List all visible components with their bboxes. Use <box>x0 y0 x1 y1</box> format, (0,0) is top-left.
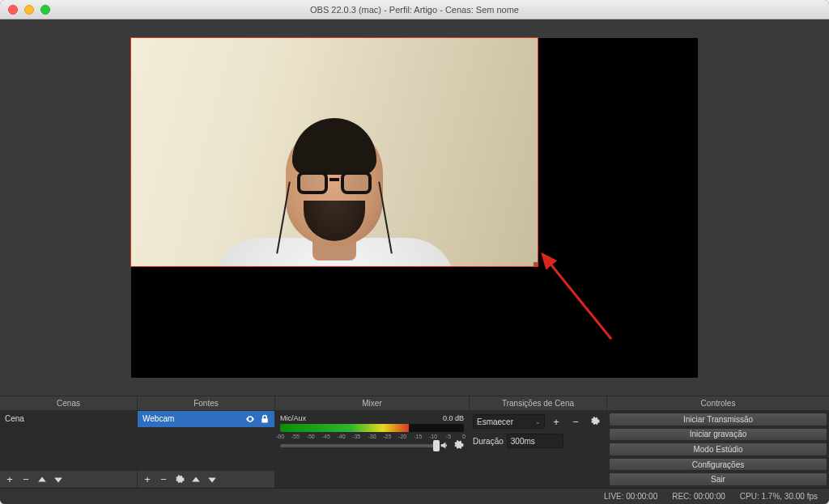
mixer-body: Mic/Aux 0.0 dB -60 -55 -50 -45 -40 <box>275 411 469 488</box>
scene-item-label: Cena <box>5 411 24 427</box>
remove-transition-button[interactable]: − <box>568 414 584 429</box>
volume-slider[interactable] <box>280 444 436 447</box>
panel-transitions: Transições de Cena Esmaecer ⌄ + − Duraçã… <box>470 396 607 488</box>
add-scene-button[interactable]: + <box>2 472 18 487</box>
transition-select[interactable]: Esmaecer ⌄ <box>473 414 545 429</box>
window-maximize-button[interactable] <box>40 5 50 15</box>
lock-icon[interactable] <box>260 414 270 424</box>
scene-up-button[interactable] <box>34 472 50 487</box>
webcam-person <box>229 125 440 266</box>
panel-mixer: Mixer Mic/Aux 0.0 dB -60 -55 <box>275 396 470 488</box>
source-item-label: Webcam <box>142 411 174 427</box>
remove-source-button[interactable]: − <box>155 472 172 487</box>
eye-icon[interactable] <box>245 414 255 424</box>
mixer-channel-level: 0.0 dB <box>443 414 464 422</box>
mixer-channel-name: Mic/Aux <box>280 414 306 422</box>
panel-controls-header: Controles <box>607 396 829 411</box>
source-down-button[interactable] <box>204 472 220 487</box>
sources-toolbar: + − <box>138 470 274 488</box>
duration-input[interactable]: 300ms <box>507 434 563 448</box>
audio-meter <box>280 424 464 432</box>
preview-canvas[interactable] <box>131 38 698 378</box>
panel-mixer-header: Mixer <box>275 396 469 411</box>
source-properties-button[interactable] <box>172 472 188 487</box>
add-source-button[interactable]: + <box>139 472 155 487</box>
volume-slider-thumb[interactable] <box>433 440 440 451</box>
dock: Cenas Cena + − Fontes Webcam <box>0 396 829 488</box>
window-title: OBS 22.0.3 (mac) - Perfil: Artigo - Cena… <box>0 5 829 15</box>
mixer-channel: Mic/Aux 0.0 dB -60 -55 -50 -45 -40 <box>275 411 469 451</box>
status-bar: LIVE: 00:00:00 REC: 00:00:00 CPU: 1.7%, … <box>0 488 829 504</box>
source-up-button[interactable] <box>188 472 204 487</box>
panel-scenes: Cenas Cena + − <box>0 396 138 488</box>
source-webcam-preview[interactable] <box>131 38 538 266</box>
app-window: OBS 22.0.3 (mac) - Perfil: Artigo - Cena… <box>0 0 829 504</box>
resize-handle[interactable] <box>534 263 538 266</box>
panel-controls: Controles Iniciar Transmissão Iniciar gr… <box>607 396 829 488</box>
settings-button[interactable]: Configurações <box>609 458 827 472</box>
panel-sources: Fontes Webcam + − <box>138 396 275 488</box>
scenes-toolbar: + − <box>0 470 137 488</box>
scene-down-button[interactable] <box>50 472 66 487</box>
remove-scene-button[interactable]: − <box>18 472 34 487</box>
window-close-button[interactable] <box>8 5 18 15</box>
exit-button[interactable]: Sair <box>609 472 827 486</box>
duration-label: Duração <box>473 437 504 446</box>
start-streaming-button[interactable]: Iniciar Transmissão <box>609 413 827 426</box>
scenes-list[interactable]: Cena <box>0 411 137 470</box>
status-rec: REC: 00:00:00 <box>672 492 725 501</box>
preview-area[interactable] <box>0 19 829 396</box>
panel-transitions-header: Transições de Cena <box>470 396 606 411</box>
controls-body: Iniciar Transmissão Iniciar gravação Mod… <box>607 411 829 488</box>
window-minimize-button[interactable] <box>24 5 34 15</box>
add-transition-button[interactable]: + <box>548 414 564 429</box>
start-recording-button[interactable]: Iniciar gravação <box>609 428 827 442</box>
titlebar: OBS 22.0.3 (mac) - Perfil: Artigo - Cena… <box>0 0 829 19</box>
scene-item[interactable]: Cena <box>0 411 137 427</box>
window-traffic-lights <box>8 5 50 15</box>
sources-list[interactable]: Webcam <box>138 411 274 470</box>
transitions-body: Esmaecer ⌄ + − Duração 300ms <box>470 411 606 488</box>
transition-selected: Esmaecer <box>477 417 513 426</box>
source-item[interactable]: Webcam <box>138 411 274 427</box>
status-cpu: CPU: 1.7%, 30.00 fps <box>740 492 818 501</box>
panel-scenes-header: Cenas <box>0 396 137 411</box>
panel-sources-header: Fontes <box>138 396 274 411</box>
transition-settings-button[interactable] <box>587 414 603 429</box>
chevron-down-icon: ⌄ <box>535 418 541 426</box>
studio-mode-button[interactable]: Modo Estúdio <box>609 443 827 456</box>
status-live: LIVE: 00:00:00 <box>604 492 657 501</box>
